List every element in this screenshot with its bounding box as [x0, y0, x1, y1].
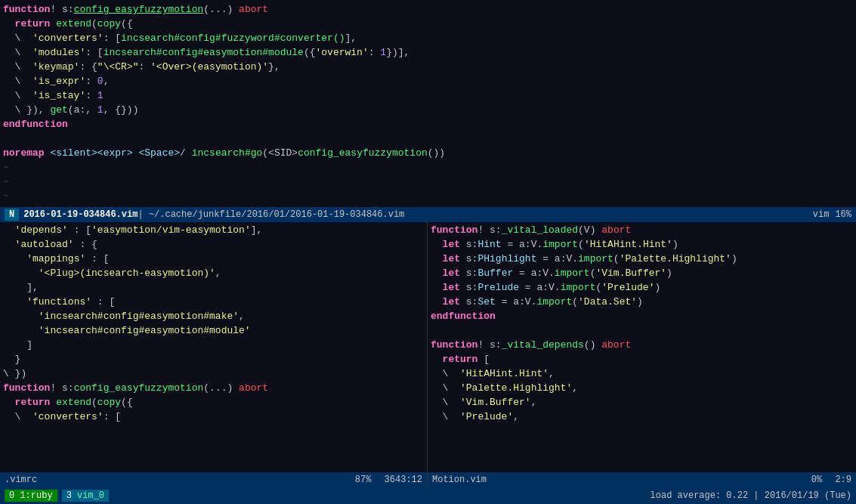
- tab-3[interactable]: 3 vim_0: [62, 490, 109, 502]
- left-line-6: 'functions' : [: [0, 295, 427, 310]
- r-str-prelude: 'Prelude': [601, 281, 654, 295]
- l-fn-name: config_easyfuzzymotion: [74, 382, 204, 396]
- left-line-12: function! s:config_easyfuzzymotion(...) …: [0, 382, 427, 396]
- r-str-dataset: 'Data.Set': [578, 295, 637, 310]
- right-code-area: function! s:_vital_loaded(V) abort let s…: [428, 222, 856, 426]
- tab-0[interactable]: 0 1:ruby: [5, 490, 57, 502]
- kw-expr: <expr>: [97, 147, 133, 161]
- l-str-module: 'incsearch#config#easymotion#module': [39, 324, 251, 339]
- r-str-hint: 'HitAHint.Hint': [584, 238, 672, 252]
- tab-0-num: 0: [9, 490, 14, 501]
- left-code-area: 'depends' : ['easymotion/vim-easymotion'…: [0, 222, 427, 426]
- tab-3-num: 3: [66, 490, 72, 501]
- l-str-easymotion-path: 'easymotion/vim-easymotion': [91, 224, 251, 238]
- left-status-filename: .vimrc: [5, 475, 37, 485]
- code-tilde-1: ~: [0, 161, 856, 175]
- right-pct: 0%: [811, 475, 822, 485]
- r-kw-let2: let: [443, 252, 460, 267]
- left-status-right: 87% 3643:12: [355, 475, 422, 485]
- r-str-buffer: 'Vim.Buffer': [595, 267, 666, 281]
- tilde-char: ~: [3, 161, 9, 175]
- r-kw-let1: let: [443, 238, 460, 252]
- str-keymap: 'keymap': [32, 60, 79, 75]
- num-0: 0: [97, 75, 104, 89]
- str-converters: 'converters': [32, 32, 104, 46]
- right-code-scroll[interactable]: function! s:_vital_loaded(V) abort let s…: [428, 222, 856, 472]
- l-str-autoload: 'autoload': [15, 238, 74, 252]
- tab-list: 0 1:ruby 3 vim_0: [5, 490, 109, 502]
- fn-extend: extend: [56, 17, 91, 32]
- r-fn-import4: import: [561, 281, 596, 295]
- r-fn-import2: import: [578, 252, 613, 267]
- left-line-4: '<Plug>(incsearch-easymotion)',: [0, 267, 427, 281]
- code-line-blank: [0, 132, 856, 147]
- left-pos: 3643:12: [385, 475, 422, 485]
- left-line-3: 'mappings' : [: [0, 252, 427, 267]
- right-line-blank: [428, 324, 856, 339]
- num-1b: 1: [97, 89, 104, 104]
- tilde-char-3: ~: [3, 190, 9, 204]
- right-line-12: \ 'Palette.Highlight',: [428, 382, 856, 396]
- code-line-8: \ }), get(a:, 1, {})): [0, 104, 856, 118]
- r-kw-let3: let: [443, 267, 460, 281]
- l-str-depends: 'depends': [15, 224, 68, 238]
- left-line-5: ],: [0, 281, 427, 295]
- tilde-char-2: ~: [3, 175, 9, 190]
- left-line-1: 'depends' : ['easymotion/vim-easymotion'…: [0, 224, 427, 238]
- num-1: 1: [380, 46, 386, 60]
- r-kw-return: return: [443, 353, 478, 367]
- code-line-5: \ 'keymap': {"\<CR>": '<Over>(easymotion…: [0, 60, 856, 75]
- right-line-3: let s:PHighlight = a:V.import('Palette.H…: [428, 252, 856, 267]
- left-pane-status: .vimrc 87% 3643:12: [0, 472, 427, 487]
- str-over-easymotion: '<Over>(easymotion)': [150, 60, 268, 75]
- r-fn-vital-loaded: _vital_loaded: [502, 224, 578, 238]
- code-line-4: \ 'modules': [incsearch#config#easymotio…: [0, 46, 856, 60]
- l-fn-extend: extend: [56, 396, 91, 410]
- keyword-endfunction: endfunction: [3, 118, 68, 132]
- left-code-scroll[interactable]: 'depends' : ['easymotion/vim-easymotion'…: [0, 222, 427, 472]
- right-line-4: let s:Buffer = a:V.import('Vim.Buffer'): [428, 267, 856, 281]
- r-var-set: Set: [477, 295, 495, 310]
- right-line-14: \ 'Prelude',: [428, 410, 856, 425]
- left-line-9: ]: [0, 339, 427, 353]
- r-str-palette2: 'Palette.Highlight': [460, 382, 572, 396]
- code-line-3: \ 'converters': [incsearch#config#fuzzyw…: [0, 32, 856, 46]
- fn-copy: copy: [97, 17, 121, 32]
- right-status-filename: Motion.vim: [432, 475, 487, 485]
- r-kw-abort2: abort: [601, 339, 631, 353]
- left-pct: 87%: [355, 475, 372, 485]
- l-kw-return: return: [15, 396, 51, 410]
- fn-incsearch-module: incsearch#config#easymotion#module: [104, 46, 304, 60]
- code-tilde-3: ~: [0, 190, 856, 204]
- bottom-bar: 0 1:ruby 3 vim_0 load average: 0.22 | 20…: [0, 487, 856, 504]
- split-panes: 'depends' : ['easymotion/vim-easymotion'…: [0, 222, 856, 487]
- code-line-noremap: noremap <silent><expr> <Space>/ incsearc…: [0, 147, 856, 161]
- right-line-13: \ 'Vim.Buffer',: [428, 396, 856, 410]
- tab-3-label: vim_0: [77, 490, 104, 501]
- num-1c: 1: [97, 104, 104, 118]
- r-fn-vital-depends: _vital_depends: [502, 339, 584, 353]
- l-str-functions: 'functions': [26, 295, 91, 310]
- l-kw-function: function: [3, 382, 50, 396]
- fn-incsearch-go: incsearch#go: [192, 147, 263, 161]
- right-line-5: let s:Prelude = a:V.import('Prelude'): [428, 281, 856, 295]
- keyword-abort: abort: [239, 3, 268, 17]
- r-kw-function: function: [431, 224, 477, 238]
- left-line-14: \ 'converters': [: [0, 410, 427, 425]
- fn-get: get: [50, 104, 67, 118]
- code-line-1: function! s:config_easyfuzzymotion(...) …: [0, 3, 856, 17]
- left-line-11: \ }): [0, 367, 427, 382]
- l-str-converters2: 'converters': [32, 410, 104, 425]
- right-status-right: 0% 2:9: [811, 475, 851, 485]
- r-kw-endfunction: endfunction: [431, 310, 496, 324]
- right-pos: 2:9: [835, 475, 851, 485]
- r-str-vimbuffer: 'Vim.Buffer': [460, 396, 531, 410]
- keyword-return: return: [15, 17, 51, 32]
- l-str-make: 'incsearch#config#easymotion#make': [39, 310, 239, 324]
- r-var-hint: Hint: [477, 238, 501, 252]
- code-line-6: \ 'is_expr': 0,: [0, 75, 856, 89]
- vim-label: vim: [813, 209, 836, 220]
- kw-space: <Space>: [138, 147, 180, 161]
- code-line-9: endfunction: [0, 118, 856, 132]
- r-kw-let4: let: [443, 281, 460, 295]
